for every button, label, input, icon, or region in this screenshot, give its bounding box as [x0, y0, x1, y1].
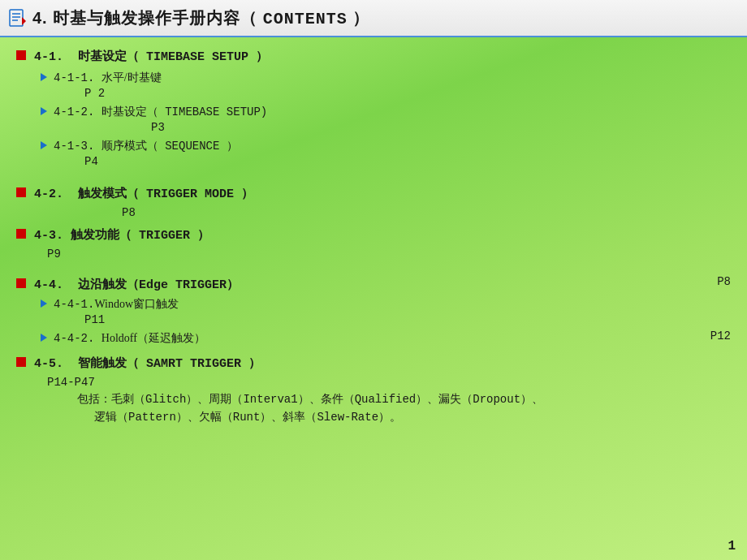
content-area: 4-1. 时基设定（ TIMEBASE SETUP ） 4-1-1. 水平/时基…: [0, 37, 747, 442]
title-contents-word: CONTENTS: [263, 10, 348, 28]
sub-item-4-1-2-page: P3: [151, 121, 267, 134]
section-4-4: 4-4. 边沿触发（Edge TRIGGER） P8 4-4-1.Window窗…: [16, 275, 731, 347]
sub-item-4-1-3-text: 4-1-3. 顺序模式（ SEQUENCE ）: [54, 137, 238, 155]
red-square-icon: [16, 229, 26, 239]
section-4-3: 4-3. 触发功能（ TRIGGER ） P9: [16, 226, 731, 261]
section-4-3-page: P9: [47, 248, 731, 261]
section-4-1-title: 4-1. 时基设定（ TIMEBASE SETUP ）: [34, 47, 268, 66]
triangle-icon: [41, 107, 47, 115]
section-4-4-subitems: 4-4-1.Window窗口触发 P11 4-4-2. Holdoff（延迟触发…: [16, 295, 731, 347]
section-4-1: 4-1. 时基设定（ TIMEBASE SETUP ） 4-1-1. 水平/时基…: [16, 47, 731, 170]
section-4-5-includes: 包括：毛刺（Glitch）、周期（Interva1）、条件（Qualified）…: [77, 390, 731, 427]
page-number: 1: [728, 539, 736, 554]
sub-item-4-1-1: 4-1-1. 水平/时基键 P 2: [41, 69, 731, 101]
document-icon: [8, 9, 28, 27]
sub-item-4-4-2-text: 4-4-2. Holdoff（延迟触发）: [54, 330, 205, 347]
svg-marker-4: [22, 17, 26, 25]
sub-item-4-1-2: 4-1-2. 时基设定（ TIMEBASE SETUP) P3: [41, 103, 731, 136]
svg-rect-0: [10, 10, 23, 26]
sub-item-4-4-2-row: 4-4-2. Holdoff（延迟触发） P12: [41, 330, 731, 347]
section-4-4-title-wrapper: 4-4. 边沿触发（Edge TRIGGER） P8: [34, 275, 731, 294]
section-4-2: 4-2. 触发模式（ TRIGGER MODE ） P8: [16, 184, 731, 219]
red-square-icon: [16, 50, 26, 60]
section-4-4-header-row: 4-4. 边沿触发（Edge TRIGGER） P8: [16, 275, 731, 294]
section-4-5: 4-5. 智能触发（ SAMRT TRIGGER ） P14-P47 包括：毛刺…: [16, 354, 731, 427]
sub-item-4-1-3-page: P4: [84, 155, 238, 168]
section-4-3-header: 4-3. 触发功能（ TRIGGER ）: [16, 226, 731, 244]
red-square-icon: [16, 187, 26, 197]
section-4-2-title: 4-2. 触发模式（ TRIGGER MODE ）: [34, 184, 253, 203]
sub-item-4-1-1-text: 4-1-1. 水平/时基键: [54, 69, 162, 87]
red-square-icon: [16, 278, 26, 288]
sub-item-4-4-2-wrapper: 4-4-2. Holdoff（延迟触发） P12: [54, 330, 731, 347]
section-4-4-title: 4-4. 边沿触发（Edge TRIGGER）: [34, 275, 239, 294]
page-container: 4. 时基与触发操作手册内容（ CONTENTS ） 4-1. 时基设定（ TI…: [0, 0, 747, 560]
section-4-1-subitems: 4-1-1. 水平/时基键 P 2 4-1-2. 时基设定（ TIMEBASE …: [16, 69, 731, 170]
section-4-5-header: 4-5. 智能触发（ SAMRT TRIGGER ）: [16, 354, 731, 373]
sub-item-4-4-1: 4-4-1.Window窗口触发 P11: [41, 295, 731, 328]
sub-item-4-4-1-text: 4-4-1.Window窗口触发: [54, 295, 179, 313]
sub-item-4-1-2-text: 4-1-2. 时基设定（ TIMEBASE SETUP): [54, 103, 267, 121]
section-4-5-title: 4-5. 智能触发（ SAMRT TRIGGER ）: [34, 354, 261, 373]
section-4-5-page: P14-P47: [47, 376, 731, 389]
section-4-2-page: P8: [122, 206, 731, 219]
page-title: 4. 时基与触发操作手册内容（ CONTENTS ）: [32, 7, 369, 29]
triangle-icon: [41, 334, 47, 342]
sub-item-4-1-1-page: P 2: [84, 87, 162, 100]
triangle-icon: [41, 141, 47, 149]
red-square-icon: [16, 357, 26, 367]
triangle-icon: [41, 73, 47, 81]
triangle-icon: [41, 299, 47, 308]
title-bar: 4. 时基与触发操作手册内容（ CONTENTS ）: [0, 0, 747, 37]
section-4-3-title: 4-3. 触发功能（ TRIGGER ）: [34, 226, 209, 244]
sub-item-4-4-1-page: P11: [84, 313, 179, 326]
sub-item-4-4-2-page: P12: [710, 330, 731, 342]
section-4-2-header: 4-2. 触发模式（ TRIGGER MODE ）: [16, 184, 731, 203]
section-4-1-header: 4-1. 时基设定（ TIMEBASE SETUP ）: [16, 47, 731, 66]
sub-item-4-1-3: 4-1-3. 顺序模式（ SEQUENCE ） P4: [41, 137, 731, 170]
section-4-4-page-right: P8: [717, 275, 731, 288]
